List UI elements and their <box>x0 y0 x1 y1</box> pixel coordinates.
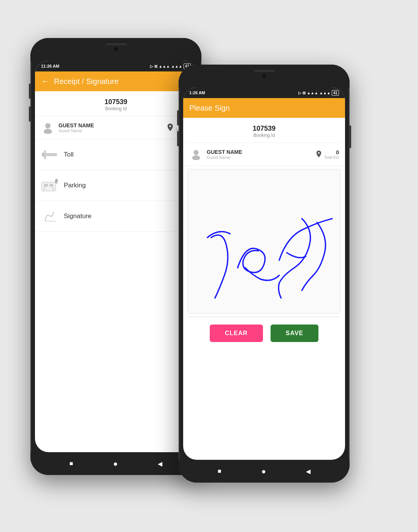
svg-text:P: P <box>55 179 58 184</box>
guest-name-1: GUEST NAME <box>59 122 94 128</box>
app-bar-title-2: Please Sign <box>189 104 230 112</box>
km-value-2: 0 <box>324 149 339 155</box>
person-icon-1 <box>41 121 55 135</box>
signature-label: Signature <box>64 212 174 220</box>
action-buttons: CLEAR SAVE <box>183 317 345 350</box>
status-bar-2: 1:26 AM ▷ ⊞ ▲▲▲ ▲▲▲ 41 <box>183 87 345 98</box>
bottom-nav-2: ■ ● ◀ <box>179 460 350 483</box>
booking-id-label-2: Booking Id <box>189 133 339 138</box>
status-bar-1: 11:26 AM ▷ ⊞ ▲▲▲ ▲▲▲ 41 <box>35 61 197 71</box>
nav-square-2[interactable]: ■ <box>218 468 222 475</box>
clear-button[interactable]: CLEAR <box>210 325 263 342</box>
svg-point-0 <box>45 123 51 128</box>
nav-back-2[interactable]: ◀ <box>306 468 310 475</box>
guest-name-label-2: Guest Name <box>207 155 242 160</box>
guest-name-label-1: Guest Name <box>59 128 94 133</box>
signature-icon <box>41 208 58 225</box>
content-1: 107539 Booking Id GUEST NAME <box>35 91 197 232</box>
guest-row-2: GUEST NAME Guest Name 0 Total Km <box>183 143 345 166</box>
time-2: 1:26 AM <box>189 90 205 95</box>
parking-icon: P <box>41 177 58 194</box>
back-button-1[interactable]: ← <box>41 76 49 86</box>
parking-item[interactable]: P Parking ✓ <box>35 170 197 201</box>
guest-text-2: GUEST NAME Guest Name <box>207 149 242 160</box>
guest-text-1: GUEST NAME Guest Name <box>59 122 94 133</box>
booking-header-2: 107539 Booking Id <box>183 118 345 143</box>
bottom-nav-1: ■ ● ◀ <box>30 452 201 475</box>
svg-rect-7 <box>44 184 48 187</box>
nav-square-1[interactable]: ■ <box>70 460 73 467</box>
km-info-2: 0 Total Km <box>316 149 339 160</box>
signature-drawing <box>188 169 340 313</box>
signature-item[interactable]: Signature › <box>35 201 197 232</box>
parking-label: Parking <box>64 182 174 189</box>
svg-rect-3 <box>44 150 46 159</box>
guest-name-2: GUEST NAME <box>207 149 242 155</box>
phone1-screen: 11:26 AM ▷ ⊞ ▲▲▲ ▲▲▲ 41 ← Receipt / Sign… <box>35 61 197 452</box>
time-1: 11:26 AM <box>41 64 59 68</box>
booking-id-label-1: Booking Id <box>41 106 191 111</box>
svg-point-1 <box>44 129 52 134</box>
svg-rect-8 <box>49 184 53 187</box>
km-label-2: Total Km <box>324 155 339 160</box>
phone-2: 1:26 AM ▷ ⊞ ▲▲▲ ▲▲▲ 41 Please Sign 10753… <box>179 65 350 483</box>
guest-info-1: GUEST NAME Guest Name <box>41 121 94 135</box>
svg-rect-4 <box>43 152 44 157</box>
toll-icon <box>41 146 58 163</box>
phone2-screen: 1:26 AM ▷ ⊞ ▲▲▲ ▲▲▲ 41 Please Sign 10753… <box>183 87 345 460</box>
svg-point-11 <box>193 150 198 155</box>
app-bar-title-1: Receipt / Signature <box>54 77 119 86</box>
toll-item[interactable]: Toll ✓ <box>35 139 197 170</box>
app-bar-2: Please Sign <box>183 98 345 118</box>
content-2: 107539 Booking Id GUEST NAME <box>183 118 345 350</box>
save-button[interactable]: SAVE <box>271 325 318 342</box>
signature-canvas-area[interactable] <box>188 169 340 314</box>
svg-point-12 <box>192 155 200 160</box>
toll-label: Toll <box>64 151 174 158</box>
status-icons-2: ▷ ⊞ ▲▲▲ ▲▲▲ 41 <box>298 90 339 96</box>
guest-info-2: GUEST NAME Guest Name <box>189 147 242 161</box>
booking-header-1: 107539 Booking Id <box>35 91 197 116</box>
status-icons-1: ▷ ⊞ ▲▲▲ ▲▲▲ 41 <box>150 63 191 69</box>
nav-back-1[interactable]: ◀ <box>158 460 162 467</box>
person-icon-2 <box>189 147 203 161</box>
phone-1: 11:26 AM ▷ ⊞ ▲▲▲ ▲▲▲ 41 ← Receipt / Sign… <box>30 38 201 475</box>
booking-id-1: 107539 <box>41 98 191 106</box>
guest-row-1: GUEST NAME Guest Name 0.00 Total KM <box>35 116 197 139</box>
nav-circle-2[interactable]: ● <box>261 467 266 476</box>
app-bar-1: ← Receipt / Signature <box>35 71 197 91</box>
booking-id-2: 107539 <box>189 125 339 133</box>
nav-circle-1[interactable]: ● <box>113 459 118 468</box>
